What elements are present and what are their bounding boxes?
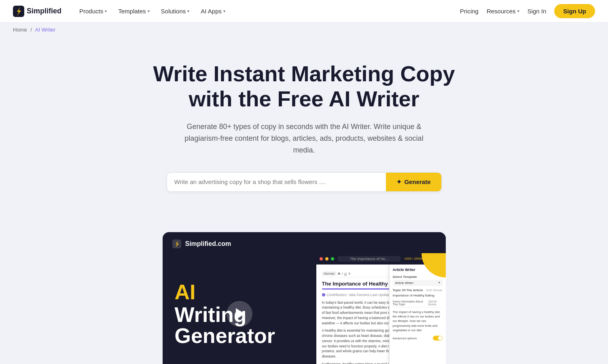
logo-icon [13, 6, 24, 17]
info-row: Some Information About This Topic 29/240… [393, 300, 443, 306]
nav-templates-label: Templates [118, 8, 146, 15]
italic-icon: I [342, 272, 343, 275]
topic-value: Importance of Healthy Eating [393, 293, 443, 298]
advanced-label: Advanced options [393, 336, 417, 340]
advanced-toggle[interactable] [433, 336, 443, 341]
video-generator-word: Generator [175, 325, 304, 346]
doc-main: The Importance of Healthy Eating Contrib… [322, 281, 440, 364]
nav-right: Pricing Resources ▾ Sign In Sign Up [460, 4, 595, 18]
nav-templates[interactable]: Templates ▾ [113, 4, 154, 18]
logo-text: Simplified [27, 7, 61, 15]
nav-products-label: Products [79, 8, 103, 15]
templates-chevron-icon: ▾ [148, 9, 150, 13]
video-section: Simplified.com AI Writing Generator [0, 232, 608, 364]
generate-button[interactable]: ✦ Generate [386, 173, 441, 191]
navbar: Simplified Products ▾ Templates ▾ Soluti… [0, 0, 608, 23]
signin-button[interactable]: Sign In [527, 8, 547, 15]
strikethrough-icon: S [348, 272, 350, 275]
doc-meta-dot [322, 293, 325, 296]
info-count: 29/240 Words [428, 300, 442, 306]
toolbar-dot-green [331, 257, 334, 260]
video-header: Simplified.com [163, 232, 446, 253]
underline-icon: U [344, 272, 347, 275]
nav-links: Products ▾ Templates ▾ Solutions ▾ AI Ap… [74, 4, 460, 18]
doc-url-bar: The Importance of He... [338, 256, 400, 262]
breadcrumb: Home / AI Writer [0, 23, 608, 37]
info-label: Some Information About This Topic [393, 300, 428, 306]
topic-count: 4/20 Words [426, 288, 443, 292]
play-icon [236, 308, 245, 320]
info-value: The impact of having a healthy diet, the… [393, 307, 443, 332]
video-logo-icon [172, 239, 181, 248]
products-chevron-icon: ▾ [105, 9, 107, 13]
hero-subtitle: Generate 80+ types of copy in seconds wi… [183, 121, 426, 156]
nav-solutions-label: Solutions [161, 8, 186, 15]
generate-label: Generate [404, 178, 430, 185]
nav-solutions[interactable]: Solutions ▾ [156, 4, 195, 18]
video-container: Simplified.com AI Writing Generator [163, 232, 446, 364]
search-input[interactable] [167, 173, 386, 191]
search-bar-wrapper: ✦ Generate [8, 172, 600, 192]
breadcrumb-current: AI Writer [35, 27, 55, 33]
article-panel-title: Article Writer [393, 268, 415, 272]
aiapps-chevron-icon: ▾ [223, 9, 225, 13]
video-brand-text: Simplified.com [185, 240, 231, 248]
toolbar-dot-yellow [325, 257, 328, 260]
breadcrumb-home[interactable]: Home [13, 27, 27, 33]
signup-button[interactable]: Sign Up [554, 4, 595, 18]
hero-section: Write Instant Marketing Copy with the Fr… [0, 37, 608, 232]
article-writer-panel: Article Writer ✕ Select Template Article… [389, 265, 446, 364]
video-body: AI Writing Generator [163, 253, 446, 364]
nav-products[interactable]: Products ▾ [74, 4, 112, 18]
template-label: Select Template [393, 275, 443, 279]
generate-icon: ✦ [396, 178, 402, 186]
search-bar: ✦ Generate [167, 172, 442, 192]
template-value: Article Writer ▾ [393, 280, 443, 286]
breadcrumb-separator: / [30, 27, 32, 33]
hero-title: Write Instant Marketing Copy with the Fr… [150, 61, 458, 111]
nav-pricing[interactable]: Pricing [460, 8, 479, 15]
toggle-knob [438, 336, 442, 340]
nav-resources-label: Resources [487, 8, 516, 15]
topic-label: Topic Of The Article 4/20 Words [393, 288, 443, 292]
nav-aiapps[interactable]: AI Apps ▾ [196, 4, 230, 18]
template-chevron-icon: ▾ [439, 281, 440, 284]
advanced-options: Advanced options [393, 336, 443, 341]
solutions-chevron-icon: ▾ [187, 9, 189, 13]
nav-resources[interactable]: Resources ▾ [487, 8, 519, 15]
normal-style: Normal [322, 271, 337, 276]
video-right-panel: The Importance of He... 1635 / 250000 wo… [316, 253, 446, 364]
toolbar-dot-red [320, 257, 323, 260]
resources-chevron-icon: ▾ [517, 9, 519, 13]
bold-icon: B [338, 272, 340, 275]
doc-panel: The Importance of He... 1635 / 250000 wo… [316, 253, 446, 364]
nav-aiapps-label: AI Apps [201, 8, 222, 15]
video-ai-label: AI [175, 280, 196, 304]
logo-link[interactable]: Simplified [13, 6, 61, 17]
doc-content: Normal B I U S 482 Words The Importance … [316, 265, 446, 364]
video-left-panel: AI Writing Generator [163, 253, 316, 364]
play-button[interactable] [227, 301, 252, 327]
